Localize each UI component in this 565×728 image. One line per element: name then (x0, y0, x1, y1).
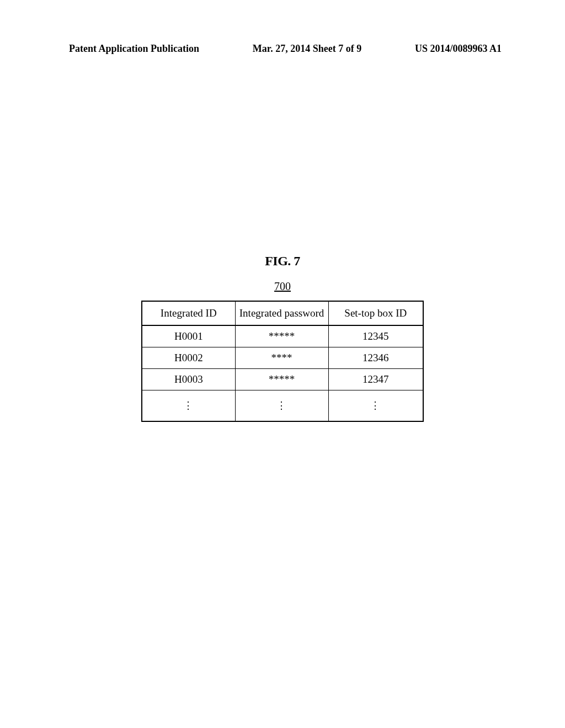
cell-integrated-id: H0003 (142, 369, 235, 390)
header-settop-box-id: Set-top box ID (328, 301, 423, 325)
cell-settop-box-id: 12345 (328, 325, 423, 347)
table-header-row: Integrated ID Integrated password Set-to… (142, 301, 423, 325)
credentials-table: Integrated ID Integrated password Set-to… (141, 301, 424, 422)
header-date-sheet: Mar. 27, 2014 Sheet 7 of 9 (253, 43, 361, 55)
ellipsis-icon: ⋮ (142, 390, 235, 421)
cell-integrated-password: ***** (235, 369, 328, 390)
header-patent-number: US 2014/0089963 A1 (415, 43, 502, 55)
cell-integrated-password: ***** (235, 325, 328, 347)
cell-integrated-password: **** (235, 347, 328, 369)
table-row: H0003 ***** 12347 (142, 369, 423, 390)
figure-title: FIG. 7 (0, 254, 565, 269)
figure-reference-number: 700 (0, 280, 565, 293)
header-integrated-password: Integrated password (235, 301, 328, 325)
cell-integrated-id: H0001 (142, 325, 235, 347)
cell-settop-box-id: 12347 (328, 369, 423, 390)
cell-integrated-id: H0002 (142, 347, 235, 369)
header-integrated-id: Integrated ID (142, 301, 235, 325)
table-ellipsis-row: ⋮ ⋮ ⋮ (142, 390, 423, 421)
table-row: H0001 ***** 12345 (142, 325, 423, 347)
ellipsis-icon: ⋮ (235, 390, 328, 421)
ellipsis-icon: ⋮ (328, 390, 423, 421)
page-header: Patent Application Publication Mar. 27, … (0, 43, 565, 55)
header-publication-text: Patent Application Publication (69, 43, 199, 55)
cell-settop-box-id: 12346 (328, 347, 423, 369)
table-row: H0002 **** 12346 (142, 347, 423, 369)
